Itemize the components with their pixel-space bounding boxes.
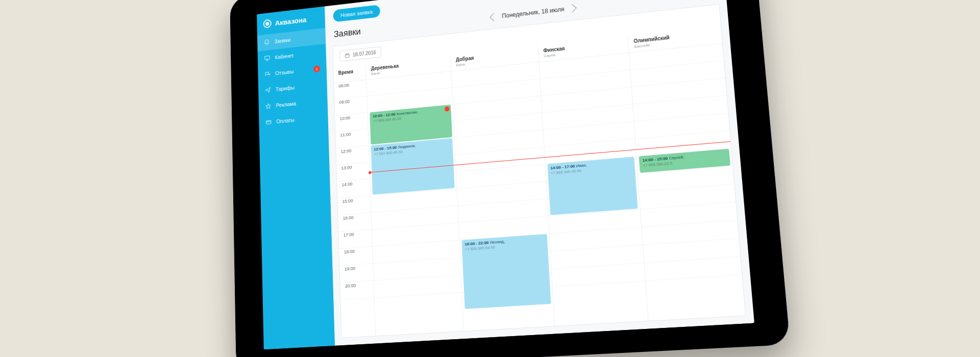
svg-rect-1 bbox=[266, 120, 271, 124]
event-time: 14:00 - 17:00 bbox=[550, 164, 575, 170]
sidebar-item-label: Тарифы bbox=[276, 85, 295, 92]
calendar: 18.07.2016 Время Деревенька Баня Добрая … bbox=[332, 4, 746, 338]
calendar-event[interactable]: 14:00 - 17:00 Иван,+7 909-345-45-56 bbox=[547, 157, 638, 215]
event-alert-badge bbox=[445, 106, 450, 112]
chevron-right-icon[interactable] bbox=[568, 4, 577, 12]
sidebar-item-label: Отзывы bbox=[275, 68, 293, 76]
grid-column[interactable]: 14:00 - 17:00 Иван,+7 909-345-45-56 bbox=[539, 53, 649, 326]
calendar-icon bbox=[345, 53, 350, 58]
grid-column[interactable]: 18:00 - 22:00 Леонид,+7 928-345-54-56 bbox=[451, 62, 554, 331]
hour-label: 14:00 bbox=[337, 179, 370, 198]
chevron-left-icon[interactable] bbox=[490, 13, 498, 21]
sidebar-item-label: Оплаты bbox=[276, 117, 295, 124]
hour-label: 19:00 bbox=[339, 264, 373, 283]
brand-name: Аквазона bbox=[275, 15, 307, 27]
event-title: Людмила, bbox=[398, 143, 415, 149]
send-icon bbox=[264, 87, 271, 94]
calendar-event[interactable]: 14:00 - 15:00 Сергей,+7 958-348-23-5 bbox=[639, 149, 730, 173]
event-phone: +7 958-348-23-5 bbox=[643, 157, 727, 168]
sidebar-item-label: Заявки bbox=[275, 37, 291, 44]
hour-label: 18:00 bbox=[339, 246, 373, 266]
calendar-grid: 10:00 - 12:00 Константин,+7 909-345-45-5… bbox=[366, 43, 745, 336]
page-title: Заявки bbox=[334, 27, 361, 39]
hour-label: 16:00 bbox=[338, 213, 372, 232]
bell-icon bbox=[263, 39, 270, 46]
event-phone: +7 928-345-54-56 bbox=[465, 242, 545, 252]
hour-label: 13:00 bbox=[336, 162, 370, 182]
brand-logo-icon bbox=[263, 19, 272, 28]
star-icon bbox=[265, 103, 272, 110]
event-title: Сергей, bbox=[669, 155, 684, 161]
hour-label: 20:00 bbox=[340, 281, 374, 300]
chat-icon bbox=[264, 70, 271, 78]
new-request-button[interactable]: Новая заявка bbox=[333, 5, 380, 22]
event-time: 14:00 - 15:00 bbox=[642, 156, 668, 163]
sidebar: Аквазона ЗаявкиКабинетОтзывы1ТарифыРекла… bbox=[257, 6, 335, 349]
main-area: Новая заявка Заявки Понедельник, 18 июля… bbox=[325, 0, 754, 346]
date-picker-value: 18.07.2016 bbox=[353, 50, 376, 58]
tablet-frame: Аквазона ЗаявкиКабинетОтзывы1ТарифыРекла… bbox=[230, 0, 790, 357]
svg-rect-0 bbox=[265, 56, 270, 59]
grid-column[interactable]: 14:00 - 15:00 Сергей,+7 958-348-23-5 bbox=[629, 43, 745, 321]
event-title: Иван, bbox=[576, 163, 587, 168]
event-title: Леонид, bbox=[489, 239, 505, 245]
hour-label: 17:00 bbox=[338, 230, 372, 249]
sidebar-item-label: Реклама bbox=[276, 100, 297, 108]
event-time: 18:00 - 22:00 bbox=[464, 240, 489, 246]
calendar-body: 08:0009:0010:0011:0012:0013:0014:0015:00… bbox=[334, 43, 745, 338]
calendar-event[interactable]: 18:00 - 22:00 Леонид,+7 928-345-54-56 bbox=[461, 234, 551, 309]
current-day-label: Понедельник, 18 июля bbox=[502, 6, 565, 19]
date-picker[interactable]: 18.07.2016 bbox=[339, 46, 381, 62]
svg-rect-2 bbox=[345, 54, 349, 58]
grid-column[interactable]: 10:00 - 12:00 Константин,+7 909-345-45-5… bbox=[366, 71, 463, 336]
card-icon bbox=[265, 119, 272, 126]
app-screen: Аквазона ЗаявкиКабинетОтзывы1ТарифыРекла… bbox=[257, 0, 754, 349]
hour-label: 15:00 bbox=[337, 196, 371, 215]
sidebar-badge: 1 bbox=[313, 65, 320, 72]
sidebar-item-label: Кабинет bbox=[275, 53, 293, 60]
monitor-icon bbox=[264, 55, 271, 62]
event-phone: +7 909-345-45-56 bbox=[551, 164, 632, 176]
